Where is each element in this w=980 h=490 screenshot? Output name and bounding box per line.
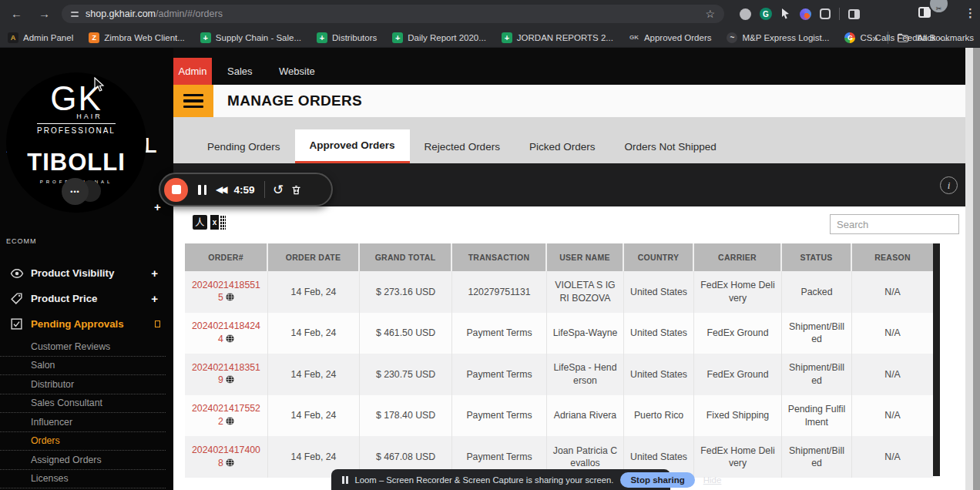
journeys-icon[interactable]	[820, 8, 831, 19]
rewind-icon[interactable]: ◀◀	[216, 184, 225, 195]
forward-icon[interactable]: →	[39, 6, 50, 22]
bookmark-star-icon[interactable]: ☆	[705, 8, 715, 20]
tab-orders-not-shipped[interactable]: Orders Not Shipped	[609, 129, 730, 163]
sidebar-subitem-assigned-orders[interactable]: Assigned Orders	[0, 451, 166, 470]
column-header-reason[interactable]: REASON	[852, 243, 933, 271]
stop-sharing-button[interactable]: Stop sharing	[620, 472, 694, 488]
tab-rejected-orders[interactable]: Rejected Orders	[410, 129, 515, 163]
tab-picked-orders[interactable]: Picked Orders	[515, 129, 610, 163]
bookmark-item[interactable]: A Admin Panel	[8, 32, 73, 43]
tab-group-icon[interactable]	[848, 9, 860, 19]
sidebar-subitem-orders[interactable]: Orders	[0, 432, 166, 451]
sidebar-subitem-influencer[interactable]: Influencer	[0, 413, 166, 432]
hamburger-menu-button[interactable]	[173, 85, 213, 117]
export-excel-icon[interactable]: x	[210, 215, 226, 230]
page-title: MANAGE ORDERS	[227, 92, 362, 109]
table-row[interactable]: 20240214183519 14 Feb, 24 $ 230.75 USD P…	[185, 354, 933, 395]
bookmark-item[interactable]: + JORDAN REPORTS 2...	[502, 32, 613, 43]
sidebar-subitem-distributor[interactable]: Distributor	[0, 375, 166, 394]
table-row[interactable]: 20240214185515 14 Feb, 24 $ 273.16 USD 1…	[185, 271, 933, 313]
globe-icon	[226, 458, 234, 471]
bookmark-item[interactable]: GK Approved Orders	[629, 32, 712, 43]
bookmark-item[interactable]: Z Zimbra Web Client...	[89, 32, 185, 43]
cell-status: Shipment/Billed	[782, 436, 852, 478]
bookmarks-overflow-icon[interactable]: »	[872, 32, 878, 44]
pause-recording-icon[interactable]	[198, 185, 206, 195]
sidebar-subitem-label: Assigned Orders	[31, 455, 102, 465]
sidebar-subitem-sales-consultant[interactable]: Sales Consultant	[0, 394, 166, 414]
nav-tab-admin[interactable]: Admin	[173, 58, 212, 85]
window-scrollbar-thumb[interactable]	[973, 48, 980, 490]
admin-favicon: A	[8, 32, 18, 43]
column-header-carrier[interactable]: CARRIER	[694, 243, 782, 271]
stop-recording-button[interactable]	[164, 178, 188, 202]
table-row[interactable]: 20240214175522 14 Feb, 24 $ 178.40 USD P…	[185, 395, 933, 437]
sidebar-subitem-salon[interactable]: Salon	[0, 357, 166, 376]
column-header-order-[interactable]: ORDER#	[185, 243, 268, 271]
back-icon[interactable]: ←	[11, 6, 22, 22]
restart-recording-icon[interactable]: ↺	[273, 183, 284, 196]
url-host: shop.gkhair.com	[86, 8, 156, 19]
bookmark-label: Approved Orders	[644, 33, 712, 42]
info-icon[interactable]: i	[940, 176, 958, 194]
check-square-icon	[10, 317, 24, 331]
folder-icon	[898, 33, 908, 42]
chrome-menu-icon[interactable]: ⋮	[965, 6, 976, 20]
sidebar-brand-subtitle: ECOMM	[6, 237, 37, 245]
sharing-pause-icon	[342, 476, 348, 484]
sidebar-subitem-customer-reviews[interactable]: Customer Reviews	[0, 337, 166, 357]
cell-user-name: LifeSpa-Wayne	[547, 313, 624, 354]
expand-icon[interactable]: +	[151, 292, 158, 305]
table-row[interactable]: 20240214184244 14 Feb, 24 $ 461.50 USD P…	[185, 313, 933, 354]
cell-order-date: 14 Feb, 24	[268, 354, 360, 395]
sidebar-subitem-licenses[interactable]: Licenses	[0, 470, 166, 489]
window-scrollbar-track[interactable]	[965, 48, 973, 490]
cell-grand-total: $ 273.16 USD	[360, 271, 452, 313]
expand-icon[interactable]: +	[151, 267, 158, 280]
column-header-country[interactable]: COUNTRY	[624, 243, 694, 271]
search-input[interactable]	[830, 214, 959, 234]
tab-approved-orders[interactable]: Approved Orders	[295, 129, 410, 163]
sidebar-item-product-visibility[interactable]: Product Visibility +	[0, 260, 173, 286]
cell-user-name: LifeSpa - Henderson	[547, 354, 624, 395]
pending-badge	[155, 321, 160, 327]
hide-share-bar-link[interactable]: Hide	[703, 475, 722, 485]
nav-tab-website[interactable]: Website	[270, 58, 324, 85]
site-settings-icon[interactable]	[71, 12, 79, 17]
cell-grand-total: $ 230.75 USD	[360, 354, 452, 395]
bookmark-label: Distributors	[332, 33, 377, 42]
orders-table: ORDER#ORDER DATEGRAND TOTALTRANSACTIONUS…	[185, 243, 933, 478]
bookmark-item[interactable]: + Distributors	[317, 32, 377, 43]
tag-icon	[10, 292, 24, 306]
column-header-order-date[interactable]: ORDER DATE	[268, 243, 360, 271]
table-scrollbar[interactable]	[933, 243, 940, 476]
cell-order-number: 20240214184244	[185, 313, 268, 354]
bubble-menu-button[interactable]: •••	[62, 178, 89, 205]
column-header-status[interactable]: STATUS	[782, 243, 852, 271]
sidebar-item-product-price[interactable]: Product Price +	[0, 286, 173, 311]
order-tab-label: Pending Orders	[207, 141, 280, 153]
grammarly-icon[interactable]: G	[760, 8, 772, 20]
profile-avatar[interactable]: ✂	[928, 0, 949, 14]
sidebar-item-pending-approvals[interactable]: Pending Approvals	[0, 311, 173, 337]
tab-pending-orders[interactable]: Pending Orders	[193, 129, 295, 163]
order-tab-label: Orders Not Shipped	[624, 141, 716, 153]
column-header-user-name[interactable]: USER NAME	[547, 243, 624, 271]
cursor-extension-icon[interactable]	[780, 8, 791, 20]
all-bookmarks-label[interactable]: All Bookmarks	[918, 33, 975, 42]
hidden-menu-expand-icon[interactable]: +	[154, 200, 161, 213]
bookmark-item[interactable]: + Supply Chain - Sale...	[200, 32, 301, 43]
colorful-extension-icon[interactable]	[800, 8, 811, 20]
column-header-grand-total[interactable]: GRAND TOTAL	[360, 243, 452, 271]
bookmark-item[interactable]: ~ M&P Express Logist...	[727, 32, 829, 43]
side-panel-icon[interactable]	[918, 7, 931, 18]
delete-recording-icon[interactable]	[290, 183, 302, 196]
url-bar[interactable]: shop.gkhair.com /admin/#/orders ☆	[62, 5, 724, 23]
column-header-transaction[interactable]: TRANSACTION	[452, 243, 547, 271]
bookmark-item[interactable]: + Daily Report 2020...	[392, 32, 486, 43]
extension-sphere-icon[interactable]	[740, 8, 751, 20]
order-tab-label: Picked Orders	[529, 141, 596, 153]
export-pdf-icon[interactable]: 人	[193, 215, 207, 230]
nav-tab-sales[interactable]: Sales	[218, 58, 262, 85]
cell-order-number: 20240214183519	[185, 354, 268, 395]
